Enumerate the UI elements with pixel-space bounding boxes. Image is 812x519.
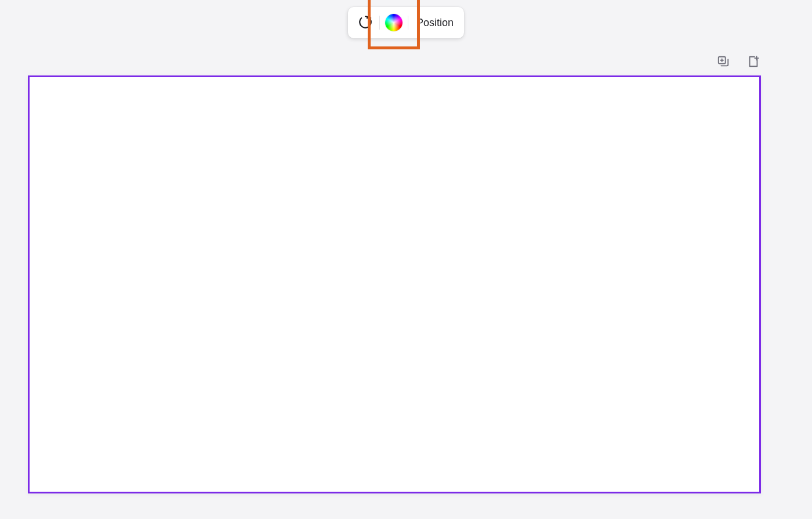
refresh-plus-icon: [358, 15, 373, 31]
duplicate-page-button[interactable]: [716, 55, 731, 70]
duplicate-page-icon: [717, 55, 730, 70]
color-picker-button[interactable]: [382, 11, 405, 34]
position-button[interactable]: Position: [411, 11, 458, 34]
floating-toolbar: Position: [348, 7, 464, 38]
color-picker-wrap: [382, 11, 405, 34]
color-wheel-icon: [385, 14, 403, 31]
design-canvas[interactable]: [28, 75, 761, 493]
regenerate-button[interactable]: [354, 11, 377, 34]
page-actions: [716, 55, 761, 70]
position-label: Position: [416, 17, 454, 29]
add-page-icon: [747, 55, 760, 70]
toolbar-separator: [408, 16, 408, 30]
add-page-button[interactable]: [746, 55, 761, 70]
toolbar-separator: [379, 16, 380, 30]
